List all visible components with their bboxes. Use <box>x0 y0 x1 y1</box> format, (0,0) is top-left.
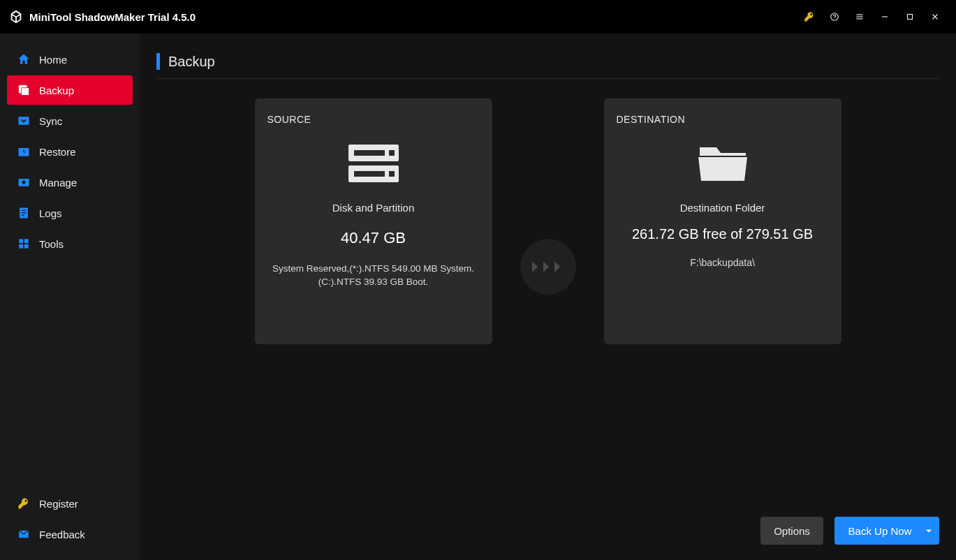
title-bar: MiniTool ShadowMaker Trial 4.5.0 <box>0 0 956 34</box>
restore-icon <box>17 145 31 159</box>
home-icon <box>17 52 31 66</box>
destination-type: Destination Folder <box>617 202 829 214</box>
titlebar-menu-button[interactable] <box>847 0 872 34</box>
svg-rect-26 <box>389 171 395 177</box>
source-size: 40.47 GB <box>267 229 480 247</box>
options-label: Options <box>774 525 810 537</box>
sidebar-item-manage[interactable]: Manage <box>7 168 133 197</box>
folder-icon <box>617 139 829 188</box>
source-heading: SOURCE <box>267 114 480 125</box>
svg-point-12 <box>22 181 26 184</box>
sidebar-item-label: Sync <box>39 115 62 127</box>
destination-space: 261.72 GB free of 279.51 GB <box>617 226 829 242</box>
svg-rect-18 <box>24 239 29 243</box>
sidebar-item-label: Backup <box>39 84 74 96</box>
svg-point-1 <box>834 18 835 19</box>
disk-icon <box>267 139 480 188</box>
app-title: MiniTool ShadowMaker Trial 4.5.0 <box>29 11 196 23</box>
sidebar-item-backup[interactable]: Backup <box>7 75 133 105</box>
header-accent-bar <box>156 53 160 70</box>
source-card[interactable]: SOURCE Disk and Partition 40.47 GB Syste… <box>255 98 492 344</box>
backup-now-button[interactable]: Back Up Now <box>834 517 939 545</box>
svg-rect-3 <box>856 16 862 17</box>
page-title: Backup <box>168 54 215 70</box>
source-detail: System Reserved,(*:).NTFS 549.00 MB Syst… <box>267 263 480 289</box>
titlebar-key-button[interactable] <box>797 0 822 34</box>
arrow-icon <box>520 239 576 295</box>
app-logo-icon <box>8 9 24 24</box>
svg-rect-5 <box>882 16 888 17</box>
backup-icon <box>17 83 31 97</box>
sidebar-item-label: Logs <box>39 207 62 219</box>
sidebar-feedback[interactable]: Feedback <box>7 520 133 549</box>
sidebar-item-label: Home <box>39 54 67 66</box>
sidebar-register-label: Register <box>39 498 78 510</box>
sidebar-item-sync[interactable]: Sync <box>7 106 133 135</box>
source-type: Disk and Partition <box>267 202 480 214</box>
backup-now-label: Back Up Now <box>848 525 912 537</box>
svg-rect-22 <box>354 150 385 156</box>
sidebar-item-home[interactable]: Home <box>7 45 133 74</box>
mail-icon <box>17 527 31 541</box>
sidebar-feedback-label: Feedback <box>39 529 85 540</box>
options-button[interactable]: Options <box>760 517 823 545</box>
caret-down-icon <box>925 525 932 537</box>
destination-heading: DESTINATION <box>617 114 829 125</box>
svg-rect-6 <box>908 15 913 20</box>
svg-rect-17 <box>19 239 23 243</box>
svg-rect-9 <box>19 117 29 125</box>
sidebar-item-tools[interactable]: Tools <box>7 229 133 258</box>
svg-rect-2 <box>856 15 862 15</box>
svg-rect-14 <box>22 210 27 211</box>
svg-rect-19 <box>19 244 23 249</box>
sidebar-item-restore[interactable]: Restore <box>7 137 133 166</box>
maximize-button[interactable] <box>897 0 922 34</box>
titlebar-help-button[interactable] <box>822 0 847 34</box>
sidebar-item-label: Tools <box>39 238 64 250</box>
svg-rect-25 <box>354 171 385 177</box>
page-header: Backup <box>156 53 939 79</box>
sidebar-item-label: Restore <box>39 146 76 158</box>
svg-rect-4 <box>856 18 862 19</box>
sync-icon <box>17 114 31 128</box>
svg-rect-16 <box>22 215 24 216</box>
svg-rect-20 <box>24 244 29 249</box>
tools-icon <box>17 237 31 251</box>
sidebar: Home Backup Sync Restore Manage Logs <box>0 34 140 560</box>
close-button[interactable] <box>922 0 948 34</box>
svg-point-0 <box>831 13 839 21</box>
key-icon <box>17 496 31 510</box>
destination-path: F:\backupdata\ <box>617 256 829 270</box>
svg-rect-8 <box>22 88 29 96</box>
logs-icon <box>17 206 31 220</box>
backup-cards-row: SOURCE Disk and Partition 40.47 GB Syste… <box>152 98 943 344</box>
svg-rect-15 <box>22 212 27 213</box>
sidebar-item-label: Manage <box>39 177 77 189</box>
destination-card[interactable]: DESTINATION Destination Folder 261.72 GB… <box>604 98 841 344</box>
sidebar-register[interactable]: Register <box>7 489 133 518</box>
manage-icon <box>17 175 31 189</box>
footer-buttons: Options Back Up Now <box>760 517 939 545</box>
svg-rect-23 <box>389 150 395 156</box>
sidebar-item-logs[interactable]: Logs <box>7 198 133 228</box>
main-panel: Backup SOURCE Disk and Partition <box>140 34 956 560</box>
minimize-button[interactable] <box>872 0 897 34</box>
